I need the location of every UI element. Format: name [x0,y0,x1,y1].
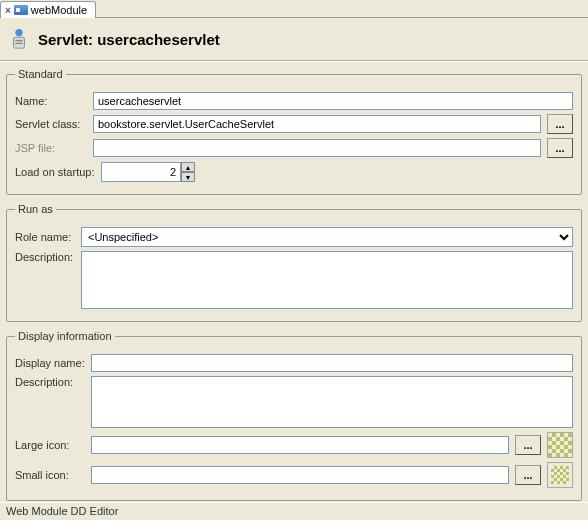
load-on-startup-spinner[interactable]: ▲ ▼ [101,162,181,182]
display-name-input[interactable] [91,354,573,372]
module-icon [14,5,28,15]
status-text: Web Module DD Editor [6,505,118,517]
large-icon-preview [547,432,573,458]
svg-rect-2 [15,40,22,41]
standard-legend: Standard [15,68,66,80]
role-name-label: Role name: [15,231,75,243]
tab-label: webModule [31,4,87,16]
runas-desc-label: Description: [15,251,75,263]
name-input[interactable] [93,92,573,110]
jsp-file-input[interactable] [93,139,541,157]
runas-legend: Run as [15,203,56,215]
load-on-startup-label: Load on startup: [15,166,95,178]
page-title: Servlet: usercacheservlet [38,31,220,48]
name-label: Name: [15,95,87,107]
small-icon-label: Small icon: [15,469,85,481]
load-on-startup-input[interactable] [101,162,181,182]
large-icon-input[interactable] [91,436,509,454]
small-icon-preview-wrap [547,462,573,488]
servlet-class-input[interactable] [93,115,541,133]
display-legend: Display information [15,330,115,342]
tab-bar: × webModule [0,0,588,18]
close-tab-icon[interactable]: × [5,5,11,16]
runas-desc-textarea[interactable] [81,251,573,309]
display-desc-label: Description: [15,376,85,388]
servlet-icon [8,28,30,50]
browse-jsp-button[interactable]: ... [547,138,573,158]
display-desc-textarea[interactable] [91,376,573,428]
tab-webmodule[interactable]: × webModule [0,1,96,18]
editor-header: Servlet: usercacheservlet [0,18,588,62]
display-name-label: Display name: [15,357,85,369]
standard-group: Standard Name: Servlet class: ... JSP fi… [6,68,582,195]
spinner-up-icon[interactable]: ▲ [181,162,195,172]
spinner-down-icon[interactable]: ▼ [181,172,195,182]
svg-rect-3 [15,43,22,44]
status-bar: Web Module DD Editor [0,502,588,520]
jsp-file-label: JSP file: [15,142,87,154]
display-group: Display information Display name: Descri… [6,330,582,501]
small-icon-input[interactable] [91,466,509,484]
large-icon-label: Large icon: [15,439,85,451]
servlet-class-label: Servlet class: [15,118,87,130]
runas-group: Run as Role name: <Unspecified> Descript… [6,203,582,322]
small-icon-preview [551,466,569,484]
browse-class-button[interactable]: ... [547,114,573,134]
browse-small-icon-button[interactable]: ... [515,465,541,485]
svg-rect-1 [14,37,25,48]
browse-large-icon-button[interactable]: ... [515,435,541,455]
role-name-select[interactable]: <Unspecified> [81,227,573,247]
svg-point-0 [15,29,22,36]
